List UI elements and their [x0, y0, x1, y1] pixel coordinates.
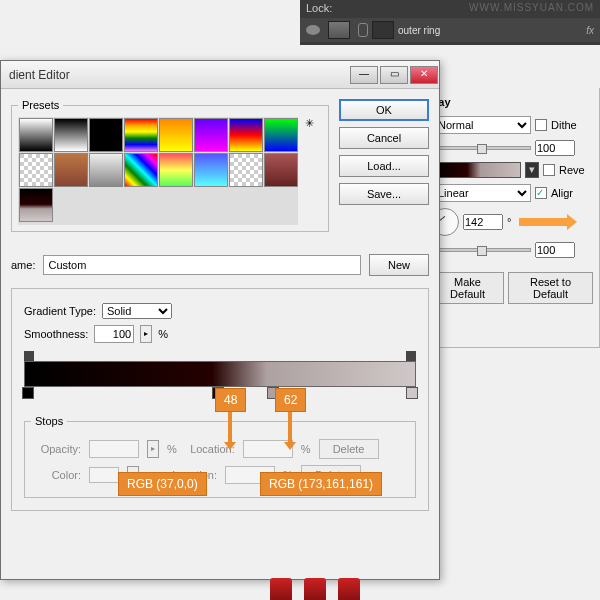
preset-swatch[interactable]: [159, 153, 193, 187]
align-checkbox[interactable]: [535, 187, 547, 199]
layer-name[interactable]: outer ring: [398, 25, 586, 36]
smoothness-input[interactable]: [94, 325, 134, 343]
annotation-pos-62: 62: [275, 388, 306, 412]
gradient-dropdown-icon[interactable]: ▾: [525, 162, 539, 178]
annotation-arrow-down-icon-2: [288, 410, 292, 444]
delete-opacity-stop-button: Delete: [319, 439, 379, 459]
gradient-editor-window: dient Editor — ▭ ✕ Presets ✳ OK Cancel L…: [0, 60, 440, 580]
color-stop-1[interactable]: [22, 387, 34, 399]
annotation-pos-48: 48: [215, 388, 246, 412]
minimize-button[interactable]: —: [350, 66, 378, 84]
dither-checkbox[interactable]: [535, 119, 547, 131]
preset-swatch[interactable]: [124, 153, 158, 187]
stop-opacity-stepper: ▸: [147, 440, 159, 458]
new-button[interactable]: New: [369, 254, 429, 276]
opacity-stop-right[interactable]: [406, 351, 416, 361]
angle-unit: °: [507, 216, 511, 228]
close-button[interactable]: ✕: [410, 66, 438, 84]
preset-swatch[interactable]: [54, 118, 88, 152]
window-title: dient Editor: [9, 68, 349, 82]
gradient-preview[interactable]: [431, 162, 521, 178]
preset-swatch[interactable]: [89, 153, 123, 187]
annotation-arrow-down-icon: [228, 410, 232, 444]
make-default-button[interactable]: Make Default: [431, 272, 504, 304]
stop-opacity-input: [89, 440, 139, 458]
ok-button[interactable]: OK: [339, 99, 429, 121]
presets-fieldset: Presets ✳: [11, 99, 329, 232]
percent-label-2: %: [301, 443, 311, 455]
preset-swatch[interactable]: [264, 153, 298, 187]
style-select[interactable]: Linear: [431, 184, 531, 202]
color-stop-4[interactable]: [406, 387, 418, 399]
gradient-bar[interactable]: [24, 361, 416, 387]
visibility-eye-icon[interactable]: [306, 25, 320, 35]
layer-row[interactable]: outer ring fx: [300, 18, 600, 42]
red-shapes: [270, 578, 360, 600]
align-label: Aligr: [551, 187, 573, 199]
preset-swatch[interactable]: [19, 188, 53, 222]
stop-color-label: Color:: [31, 469, 81, 481]
preset-swatch[interactable]: [264, 118, 298, 152]
opacity-stop-left[interactable]: [24, 351, 34, 361]
layer-thumb[interactable]: [328, 21, 350, 39]
preset-swatch[interactable]: [159, 118, 193, 152]
mask-thumb[interactable]: [372, 21, 394, 39]
name-label: ame:: [11, 259, 35, 271]
preset-swatch[interactable]: [229, 153, 263, 187]
smoothness-stepper[interactable]: ▸: [140, 325, 152, 343]
stops-label: Stops: [31, 415, 67, 427]
smoothness-unit: %: [158, 328, 168, 340]
maximize-button[interactable]: ▭: [380, 66, 408, 84]
lock-label: Lock:: [306, 2, 332, 14]
presets-grid: [18, 117, 298, 225]
preset-swatch[interactable]: [89, 118, 123, 152]
cancel-button[interactable]: Cancel: [339, 127, 429, 149]
preset-swatch[interactable]: [194, 153, 228, 187]
reverse-checkbox[interactable]: [543, 164, 555, 176]
gradient-type-label: Gradient Type:: [24, 305, 96, 317]
gradient-overlay-panel: rlay Normal Dithe ▾ Reve Linear Aligr ° …: [424, 88, 600, 348]
name-input[interactable]: [43, 255, 361, 275]
titlebar[interactable]: dient Editor — ▭ ✕: [1, 61, 439, 89]
fx-badge[interactable]: fx: [586, 25, 594, 36]
stop-opacity-label: Opacity:: [31, 443, 81, 455]
blend-mode-select[interactable]: Normal: [431, 116, 531, 134]
preset-swatch[interactable]: [19, 118, 53, 152]
preset-swatch[interactable]: [54, 153, 88, 187]
overlay-title: rlay: [431, 96, 593, 108]
presets-label: Presets: [18, 99, 63, 111]
presets-menu-icon[interactable]: ✳: [302, 117, 316, 225]
reset-default-button[interactable]: Reset to Default: [508, 272, 593, 304]
preset-swatch[interactable]: [124, 118, 158, 152]
reverse-label: Reve: [559, 164, 585, 176]
link-icon: [358, 23, 368, 37]
scale-slider[interactable]: [431, 248, 531, 252]
gradient-type-select[interactable]: Solid: [102, 303, 172, 319]
preset-swatch[interactable]: [229, 118, 263, 152]
percent-label: %: [167, 443, 177, 455]
dither-label: Dithe: [551, 119, 577, 131]
annotation-rgb2: RGB (173,161,161): [260, 472, 382, 496]
save-button[interactable]: Save...: [339, 183, 429, 205]
stop-color-swatch: [89, 467, 119, 483]
preset-swatch[interactable]: [19, 153, 53, 187]
watermark-url: WWW.MISSYUAN.COM: [469, 2, 594, 13]
angle-input[interactable]: [463, 214, 503, 230]
annotation-arrow-icon: [519, 218, 569, 226]
load-button[interactable]: Load...: [339, 155, 429, 177]
opacity-input[interactable]: [535, 140, 575, 156]
preset-swatch[interactable]: [194, 118, 228, 152]
smoothness-label: Smoothness:: [24, 328, 88, 340]
opacity-slider[interactable]: [431, 146, 531, 150]
annotation-rgb1: RGB (37,0,0): [118, 472, 207, 496]
scale-input[interactable]: [535, 242, 575, 258]
